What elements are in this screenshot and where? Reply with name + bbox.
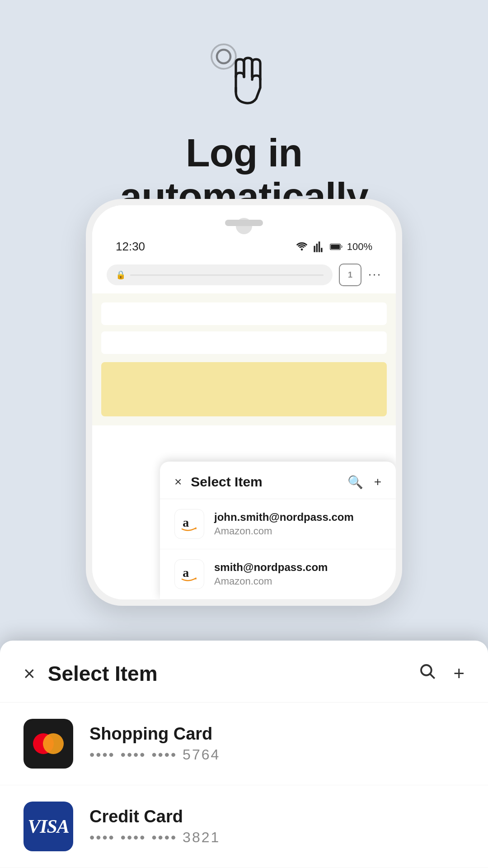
phone-mockup: 12:30 xyxy=(86,199,402,606)
phone-speaker xyxy=(225,220,263,226)
battery-text: 100% xyxy=(347,241,372,253)
phone-popup-close[interactable]: × xyxy=(174,476,182,488)
credit-card-info: Credit Card •••• •••• •••• 3821 xyxy=(89,807,465,846)
battery-icon xyxy=(330,241,343,253)
phone-popup-title: Select Item xyxy=(191,474,347,490)
large-panel-actions: + xyxy=(418,662,465,685)
large-panel-title: Select Item xyxy=(48,661,418,686)
content-bar-2 xyxy=(101,331,387,354)
tab-button[interactable]: 1 xyxy=(339,264,361,286)
svg-text:a: a xyxy=(183,566,189,580)
browser-bar: 🔒 1 ⋮ xyxy=(92,258,396,293)
amazon-logo-2: a xyxy=(174,559,204,589)
cred-info-2: smith@nordpass.com Amazon.com xyxy=(214,561,381,587)
lock-icon: 🔒 xyxy=(116,270,126,280)
phone-add-button[interactable]: + xyxy=(374,475,381,489)
content-bar-yellow xyxy=(101,362,387,416)
credential-item-2[interactable]: a smith@nordpass.com Amazon.com xyxy=(160,549,396,599)
search-icon xyxy=(418,662,437,681)
visa-logo: VISA xyxy=(23,802,73,851)
status-icons: 100% xyxy=(296,241,372,253)
phone-search-button[interactable]: 🔍 xyxy=(347,475,363,490)
phone-select-popup: × Select Item 🔍 + a xyxy=(160,462,396,599)
card-item-mastercard[interactable]: Shopping Card •••• •••• •••• 5764 xyxy=(0,703,488,785)
signal-icon xyxy=(313,241,325,253)
hand-icon xyxy=(208,41,280,113)
svg-rect-4 xyxy=(331,245,340,249)
headline-line1: Log in xyxy=(120,131,368,175)
svg-line-8 xyxy=(431,674,435,679)
credit-card-number: •••• •••• •••• 3821 xyxy=(89,829,465,846)
shopping-card-name: Shopping Card xyxy=(89,724,465,744)
phone-popup-header: × Select Item 🔍 + xyxy=(160,462,396,499)
large-close-button[interactable]: × xyxy=(23,664,35,684)
amazon-logo-1: a xyxy=(174,509,204,539)
url-line xyxy=(130,274,324,276)
large-add-button[interactable]: + xyxy=(453,663,465,684)
credential-item-1[interactable]: a john.smith@nordpass.com Amazon.com xyxy=(160,499,396,549)
shopping-card-number: •••• •••• •••• 5764 xyxy=(89,746,465,763)
large-panel-header: × Select Item + xyxy=(0,641,488,703)
wifi-icon xyxy=(296,241,308,253)
cred-domain-1: Amazon.com xyxy=(214,525,381,537)
top-section: Log in automatically xyxy=(0,0,488,219)
shopping-card-info: Shopping Card •••• •••• •••• 5764 xyxy=(89,724,465,763)
svg-point-1 xyxy=(211,44,236,69)
large-search-button[interactable] xyxy=(418,662,437,685)
phone-body: 12:30 xyxy=(86,199,402,606)
credit-card-name: Credit Card xyxy=(89,807,465,826)
phone-inner: 12:30 xyxy=(92,205,396,599)
browser-content xyxy=(92,293,396,425)
mastercard-logo xyxy=(23,719,73,769)
content-bar-1 xyxy=(101,302,387,325)
svg-point-0 xyxy=(217,50,230,63)
cred-info-1: john.smith@nordpass.com Amazon.com xyxy=(214,511,381,537)
cred-email-2: smith@nordpass.com xyxy=(214,561,381,574)
large-select-panel: × Select Item + Shopping Card •••• •••• … xyxy=(0,641,488,868)
more-button[interactable]: ⋮ xyxy=(367,268,382,282)
cred-domain-2: Amazon.com xyxy=(214,576,381,587)
svg-text:a: a xyxy=(183,515,189,529)
visa-text: VISA xyxy=(28,816,69,837)
mc-circle-right xyxy=(43,733,64,754)
phone-popup-actions: 🔍 + xyxy=(347,475,381,490)
svg-point-2 xyxy=(300,248,303,250)
status-time: 12:30 xyxy=(116,240,145,254)
mastercard-circles xyxy=(33,733,64,754)
card-item-visa[interactable]: VISA Credit Card •••• •••• •••• 3821 xyxy=(0,785,488,868)
svg-point-7 xyxy=(421,665,432,675)
cred-email-1: john.smith@nordpass.com xyxy=(214,511,381,524)
url-bar[interactable]: 🔒 xyxy=(107,264,333,285)
amazon-icon-2: a xyxy=(179,564,199,584)
amazon-icon-1: a xyxy=(179,514,199,534)
